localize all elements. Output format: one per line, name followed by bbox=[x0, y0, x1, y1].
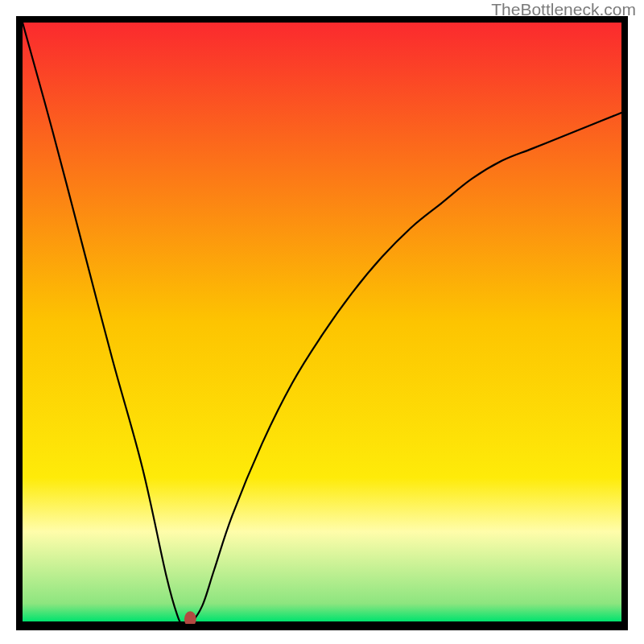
plot-area bbox=[23, 23, 621, 624]
watermark-text: TheBottleneck.com bbox=[491, 0, 636, 19]
curve-path bbox=[23, 23, 621, 624]
plot-frame bbox=[16, 16, 628, 630]
minimum-marker bbox=[184, 611, 196, 624]
chart-curve bbox=[23, 23, 621, 624]
